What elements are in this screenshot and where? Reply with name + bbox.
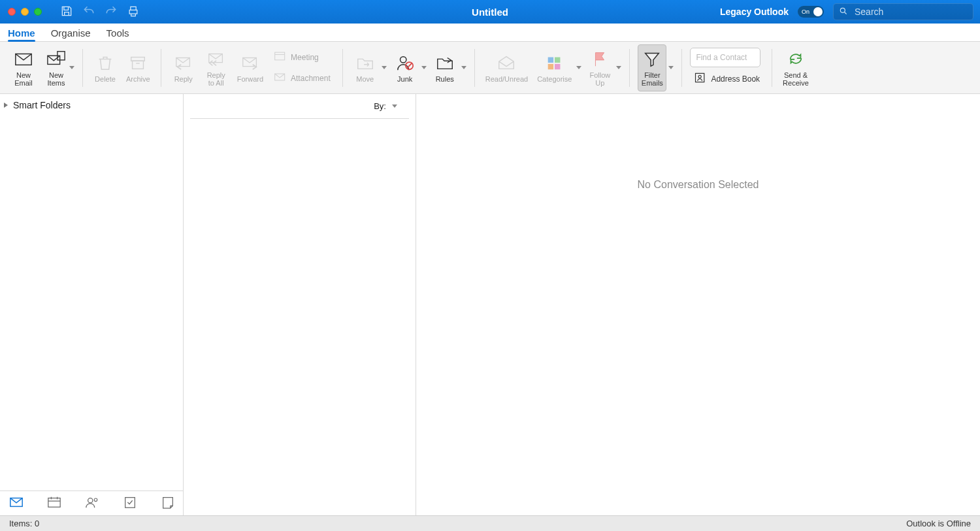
minimize-window-button[interactable]: [21, 8, 29, 16]
undo-icon[interactable]: [82, 5, 95, 20]
address-book-button[interactable]: Address Book: [690, 70, 764, 88]
tasks-icon: [123, 496, 137, 509]
delete-button[interactable]: Delete: [91, 44, 120, 91]
meeting-button[interactable]: Meeting: [270, 48, 335, 67]
sort-dropdown-icon[interactable]: [392, 105, 397, 108]
ribbon-tabs: Home Organise Tools: [0, 24, 980, 42]
nav-people-button[interactable]: [85, 496, 99, 511]
envelope-icon: [14, 50, 33, 70]
svg-point-28: [94, 498, 97, 502]
svg-point-13: [400, 56, 406, 62]
svg-rect-19: [555, 63, 560, 69]
svg-rect-16: [547, 57, 553, 62]
svg-rect-5: [133, 61, 144, 69]
legacy-outlook-label: Legacy Outlook: [720, 7, 789, 17]
new-items-button[interactable]: New Items: [42, 44, 71, 91]
find-contact-wrap[interactable]: [690, 48, 760, 67]
group-send-receive: Send & Receive: [775, 42, 817, 93]
follow-up-label: Follow Up: [589, 71, 610, 87]
follow-up-dropdown-icon[interactable]: [616, 66, 621, 69]
svg-rect-4: [131, 57, 145, 61]
categorise-button[interactable]: Categorise: [534, 44, 574, 91]
close-window-button[interactable]: [8, 8, 16, 16]
sync-icon: [786, 50, 806, 70]
rules-button[interactable]: Rules: [431, 44, 459, 91]
svg-rect-10: [275, 52, 285, 60]
legacy-outlook-toggle[interactable]: On: [798, 6, 824, 18]
new-email-label: New Email: [14, 71, 33, 87]
filter-emails-button[interactable]: Filter Emails: [638, 44, 666, 91]
nav-calendar-button[interactable]: [47, 496, 61, 511]
archive-icon: [128, 54, 148, 74]
send-receive-label: Send & Receive: [783, 71, 809, 87]
sidebar: Smart Folders: [0, 94, 184, 515]
status-bar: Items: 0 Outlook is Offline: [0, 515, 980, 531]
funnel-icon: [642, 50, 662, 70]
delete-label: Delete: [95, 75, 116, 83]
categorise-icon: [545, 54, 564, 74]
nav-tasks-button[interactable]: [123, 496, 137, 511]
new-items-dropdown-icon[interactable]: [69, 66, 74, 69]
forward-button[interactable]: Forward: [235, 44, 266, 91]
search-field-wrap[interactable]: [833, 3, 973, 20]
new-email-button[interactable]: New Email: [9, 44, 38, 91]
read-unread-button[interactable]: Read/Unread: [483, 44, 531, 91]
group-new: New Email New Items: [4, 42, 80, 93]
address-book-icon: [694, 72, 707, 86]
title-bar: Untitled Legacy Outlook On: [0, 0, 980, 24]
svg-point-0: [840, 8, 845, 12]
smart-folders-row[interactable]: Smart Folders: [0, 94, 183, 116]
send-receive-button[interactable]: Send & Receive: [780, 44, 811, 91]
calendar-icon: [47, 496, 61, 509]
group-filter: Filter Emails: [632, 42, 679, 93]
find-contact-input[interactable]: [694, 52, 756, 63]
attachment-icon: [274, 71, 287, 85]
redo-icon[interactable]: [105, 5, 118, 20]
nav-mail-button[interactable]: [9, 496, 24, 511]
filter-emails-label: Filter Emails: [642, 71, 663, 87]
folder-move-icon: [355, 54, 375, 74]
junk-label: Junk: [397, 75, 412, 83]
reply-all-label: Reply to All: [207, 71, 225, 87]
search-input[interactable]: [853, 6, 968, 18]
attachment-label: Attachment: [291, 74, 331, 83]
move-button[interactable]: Move: [351, 44, 380, 91]
maximize-window-button[interactable]: [34, 8, 42, 16]
chevron-right-icon: [4, 103, 8, 108]
reply-label: Reply: [174, 75, 193, 83]
group-respond: Reply Reply to All Forward Meeting: [164, 42, 340, 93]
junk-button[interactable]: Junk: [391, 44, 419, 91]
junk-dropdown-icon[interactable]: [421, 66, 427, 69]
nav-notes-button[interactable]: [161, 496, 175, 511]
categorise-label: Categorise: [537, 75, 572, 83]
calendar-meeting-icon: [274, 50, 287, 64]
rules-dropdown-icon[interactable]: [461, 66, 466, 69]
ribbon: New Email New Items Delete: [0, 42, 980, 94]
trash-icon: [95, 54, 115, 74]
status-connection: Outlook is Offline: [906, 519, 971, 528]
status-items-count: Items: 0: [9, 519, 39, 528]
tab-organise[interactable]: Organise: [51, 27, 91, 41]
smart-folders-label: Smart Folders: [13, 100, 71, 110]
mail-icon: [9, 496, 24, 509]
filter-emails-dropdown-icon[interactable]: [668, 66, 674, 69]
categorise-dropdown-icon[interactable]: [576, 66, 581, 69]
move-dropdown-icon[interactable]: [382, 66, 387, 69]
attachment-button[interactable]: Attachment: [270, 69, 335, 88]
archive-button[interactable]: Archive: [123, 44, 153, 91]
envelope-doc-icon: [46, 50, 66, 70]
rules-icon: [435, 54, 455, 74]
group-delete: Delete Archive: [86, 42, 158, 93]
forward-label: Forward: [237, 75, 263, 83]
reply-button[interactable]: Reply: [169, 44, 198, 91]
toggle-on-label: On: [798, 8, 809, 15]
print-icon[interactable]: [127, 5, 140, 20]
reply-all-button[interactable]: Reply to All: [202, 44, 231, 91]
tab-tools[interactable]: Tools: [106, 27, 129, 41]
follow-up-button[interactable]: Follow Up: [585, 44, 614, 91]
forward-icon: [240, 54, 260, 74]
save-icon[interactable]: [60, 5, 73, 20]
reply-icon: [174, 54, 193, 74]
svg-point-21: [698, 75, 701, 78]
tab-home[interactable]: Home: [8, 27, 35, 41]
